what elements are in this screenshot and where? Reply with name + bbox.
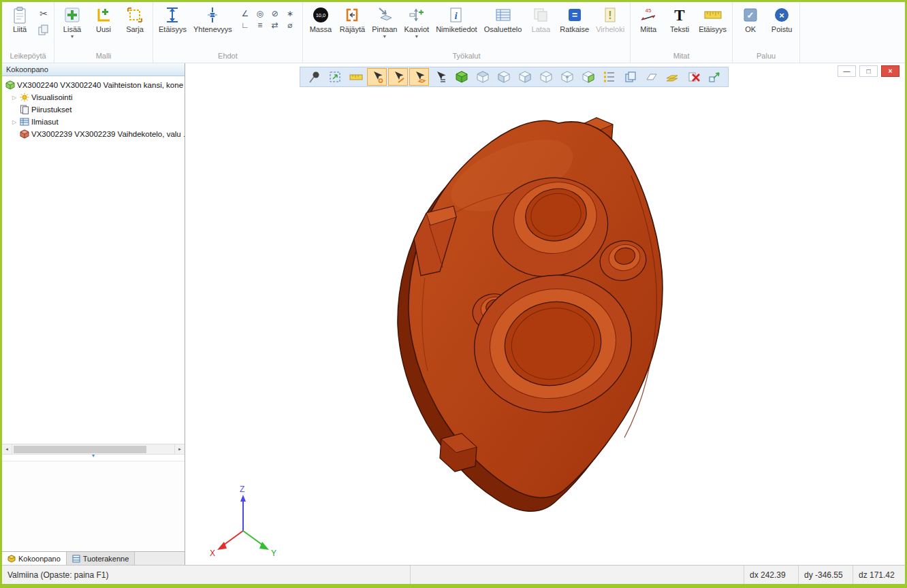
load-icon: [532, 5, 550, 25]
paste-label: Liitä: [13, 25, 27, 33]
exit-button[interactable]: × Poistu: [766, 2, 797, 52]
svg-text:=: =: [572, 10, 577, 20]
constraint-equal-icon[interactable]: ≡: [253, 20, 268, 31]
feature-list-icon[interactable]: [599, 68, 619, 86]
new-button[interactable]: Uusi: [88, 2, 119, 52]
item-data-button[interactable]: i Nimiketiedot: [432, 2, 481, 52]
snap-face-icon[interactable]: [409, 68, 429, 86]
scroll-left-icon[interactable]: ◂: [2, 444, 12, 454]
copy-view-icon[interactable]: [620, 68, 640, 86]
constraint-grid: ∠ ◎ ⊘ ∗ ∟ ≡ ⇄ ⌀: [238, 8, 298, 52]
load-button[interactable]: Lataa: [525, 2, 556, 52]
cut-button[interactable]: ✂: [35, 6, 52, 20]
parts-list-button[interactable]: Osaluettelo: [481, 2, 526, 52]
axis-z-label: Z: [240, 485, 244, 494]
exit-icon: ×: [773, 5, 791, 25]
constraint-angle-icon[interactable]: ∠: [238, 8, 253, 20]
model-viewport[interactable]: Z X Y —: [185, 63, 905, 565]
export-view-icon[interactable]: [705, 68, 725, 86]
tree-item-root-assembly[interactable]: VX3002240 VX3002240 Vaihteiston kansi, k…: [2, 79, 185, 91]
snap-edge-icon[interactable]: [388, 68, 408, 86]
view-cube-side-icon[interactable]: [515, 68, 535, 86]
minimize-button[interactable]: —: [838, 65, 856, 77]
assembly-tab-icon: [7, 555, 16, 563]
view-cube-front-icon[interactable]: [494, 68, 513, 86]
sheet-icon[interactable]: [641, 68, 661, 86]
scroll-thumb[interactable]: [14, 446, 146, 453]
item-data-label: Nimiketiedot: [436, 25, 477, 33]
solve-button[interactable]: = Ratkaise: [556, 2, 592, 52]
copy-button[interactable]: [35, 22, 52, 37]
series-button[interactable]: Sarja: [119, 2, 150, 52]
ribbon-group-model: Lisää ▾ Uusi Sarja Malli: [54, 2, 153, 63]
fit-selection-icon[interactable]: [325, 68, 345, 86]
constraint-concentric-icon[interactable]: ◎: [253, 8, 268, 20]
viewport-toolbar: [300, 67, 729, 87]
measure-button[interactable]: 45 Mitta: [633, 2, 664, 52]
ribbon-group-constraints: Etäisyys Yhtenevyys ∠ ◎ ⊘ ∗ ∟ ≡ ⇄ ⌀: [153, 2, 303, 63]
solve-icon: =: [566, 5, 584, 25]
instances-icon: [20, 117, 29, 127]
tree-item-drawings[interactable]: Piirustukset: [2, 103, 185, 116]
coincidence-label: Yhtenevyys: [193, 25, 232, 33]
close-button[interactable]: ×: [881, 65, 900, 77]
coincidence-button[interactable]: Yhtenevyys: [190, 2, 236, 52]
splitter-handle-icon[interactable]: ▾: [92, 453, 95, 459]
to-surface-label: Pintaan: [372, 25, 397, 33]
panel-title: Kokoonpano: [2, 63, 185, 76]
mass-button[interactable]: 10,0 Massa: [305, 2, 336, 52]
measure-ruler-icon[interactable]: [346, 68, 366, 86]
constraint-tangent-icon[interactable]: ⌀: [283, 20, 298, 31]
text-button[interactable]: T Teksti: [664, 2, 695, 52]
group-label-tools: Työkalut: [305, 52, 628, 63]
ok-button[interactable]: ✓ OK: [735, 2, 766, 52]
paste-button[interactable]: Liitä: [4, 2, 35, 52]
tree-item-instances[interactable]: ▷ Ilmiasut: [2, 116, 185, 128]
error-log-label: Virheloki: [596, 25, 624, 33]
add-button[interactable]: Lisää ▾: [57, 2, 88, 52]
expander-icon[interactable]: ▷: [11, 119, 18, 125]
new-icon: [95, 5, 112, 25]
assembly-icon: [5, 80, 15, 90]
dim-distance-button[interactable]: Etäisyys: [695, 2, 730, 52]
ribbon-group-clipboard: Liitä ✂ Leikepöytä: [2, 2, 54, 63]
load-label: Lataa: [532, 25, 551, 33]
expander-icon[interactable]: ▷: [11, 95, 18, 101]
charts-button[interactable]: Kaaviot ▾: [400, 2, 432, 52]
tree-item-part[interactable]: VX3002239 VX3002239 Vaihdekotelo, valu .: [2, 128, 185, 140]
cut-icon: ✂: [39, 8, 48, 19]
layers-icon[interactable]: [663, 68, 682, 86]
charts-icon: [408, 5, 426, 25]
status-dx: dx 242.39: [744, 566, 799, 584]
constraint-swap-icon[interactable]: ⇄: [268, 20, 283, 31]
maximize-button[interactable]: □: [859, 65, 878, 77]
constraint-perpendicular-icon[interactable]: ∟: [238, 20, 253, 31]
group-label-model: Malli: [57, 52, 150, 63]
tab-kokoonpano[interactable]: Kokoonpano: [2, 552, 67, 565]
to-surface-button[interactable]: Pintaan ▾: [368, 2, 400, 52]
pin-icon[interactable]: [304, 68, 323, 86]
select-element-icon[interactable]: [430, 68, 450, 86]
text-label: Teksti: [670, 25, 689, 33]
tab-label: Kokoonpano: [18, 555, 61, 563]
to-surface-icon: [376, 5, 394, 25]
scroll-right-icon[interactable]: ▸: [174, 444, 185, 454]
panel-splitter[interactable]: ▾: [2, 454, 185, 461]
shaded-cube-icon[interactable]: [451, 68, 471, 86]
constraint-distance-icon: [163, 5, 181, 25]
status-message: Valmiina (Opaste: paina F1): [2, 566, 411, 584]
view-cube-back-icon[interactable]: [536, 68, 556, 86]
explode-button[interactable]: Räjäytä: [336, 2, 368, 52]
constraint-parallel-icon[interactable]: ⊘: [268, 8, 283, 20]
error-log-button[interactable]: ! Virheloki: [592, 2, 628, 52]
view-cube-top-icon[interactable]: [473, 68, 492, 86]
constraint-symmetry-icon[interactable]: ∗: [283, 8, 298, 20]
highlight-face-cube-icon[interactable]: [578, 68, 598, 86]
snap-point-icon[interactable]: [367, 68, 387, 86]
delete-view-icon[interactable]: [684, 68, 703, 86]
secondary-panel: [2, 461, 185, 551]
tree-item-visualization[interactable]: ▷ Visualisointi: [2, 91, 185, 103]
constraint-distance-button[interactable]: Etäisyys: [155, 2, 190, 52]
view-cube-iso-icon[interactable]: [557, 68, 577, 86]
tab-tuoterakenne[interactable]: Tuoterakenne: [67, 552, 135, 565]
